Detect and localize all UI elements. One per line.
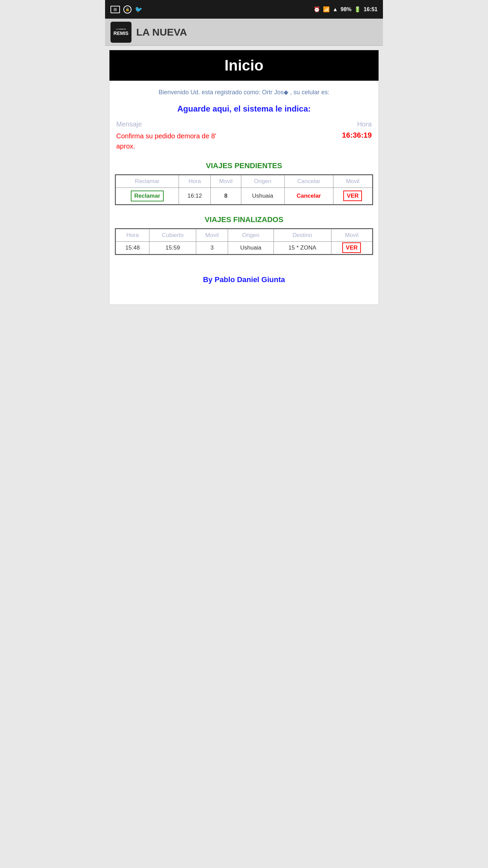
system-message: Aguarde aqui, el sistema le indica: (115, 104, 373, 114)
hora-label: Hora (357, 120, 372, 128)
page-title-bar: Inicio (109, 50, 379, 81)
cancelar-cell[interactable]: Cancelar (284, 188, 333, 204)
viajes-pendientes-title: VIAJES PENDIENTES (115, 161, 373, 170)
viajes-finalizados-table: Hora Cubierto Movil Origen Destino Movil… (116, 229, 372, 254)
welcome-text: Bienvenido Ud. esta registrado como: Ort… (115, 87, 373, 97)
movil-fin-cell: 3 (196, 241, 228, 254)
logo-top-text: LA NUEVA (116, 28, 126, 31)
viajes-finalizados-title: VIAJES FINALIZADOS (115, 215, 373, 224)
col-origen-fin-header: Origen (228, 229, 274, 241)
page-title: Inicio (116, 57, 372, 74)
image-icon: ⊞ (110, 6, 120, 13)
footer-text: By Pablo Daniel Giunta (115, 265, 373, 298)
col-movil-header: Movil (211, 175, 241, 188)
cubierto-cell: 15:59 (149, 241, 196, 254)
col-cubierto-header: Cubierto (149, 229, 196, 241)
col-movil2-fin-header: Movil (331, 229, 372, 241)
battery-icon: 🔋 (354, 6, 361, 13)
twitter-icon: 🐦 (135, 6, 142, 13)
col-reclamar-header: Reclamar (116, 175, 179, 188)
col-movil-fin-header: Movil (196, 229, 228, 241)
finalizado-row: 15:48 15:59 3 Ushuaia 15 * ZONA VER (116, 241, 372, 254)
col-hora-fin-header: Hora (116, 229, 149, 241)
ver-finalizado-button[interactable]: VER (342, 242, 361, 253)
clock-time: 16:51 (364, 6, 378, 13)
lock-icon: 🔒 (123, 5, 131, 14)
col-cancelar-header: Cancelar (284, 175, 333, 188)
main-content: Inicio Bienvenido Ud. esta registrado co… (109, 50, 379, 305)
logo-main-text: REMIS (114, 31, 128, 36)
battery-percent: 98% (341, 6, 351, 13)
ver-pendiente-button[interactable]: VER (343, 191, 362, 201)
content-area: Bienvenido Ud. esta registrado como: Ort… (109, 81, 379, 304)
signal-icon: ▲ (332, 6, 338, 13)
hora-cell: 16:12 (179, 188, 210, 204)
app-header: LA NUEVA REMIS LA NUEVA (105, 19, 383, 46)
alarm-icon: ⏰ (313, 6, 320, 13)
viajes-pendientes-table-wrapper: Reclamar Hora Movil Origen Cancelar Movi… (115, 174, 373, 205)
col-hora-header: Hora (179, 175, 210, 188)
mensaje-label: Mensaje (116, 120, 142, 128)
hora-value: 16:36:19 (342, 131, 372, 140)
reclamar-cell[interactable]: Reclamar (116, 188, 179, 204)
origen-fin-cell: Ushuaia (228, 241, 274, 254)
pendientes-header-row: Reclamar Hora Movil Origen Cancelar Movi… (116, 175, 372, 188)
app-title: LA NUEVA (136, 26, 187, 38)
ver-cell[interactable]: VER (333, 188, 372, 204)
status-bar: ⊞ 🔒 🐦 ⏰ 📶 ▲ 98% 🔋 16:51 (105, 0, 383, 19)
hora-fin-cell: 15:48 (116, 241, 149, 254)
app-logo: LA NUEVA REMIS (110, 22, 131, 43)
msg-data-row: Confirma su pedido demora de 8'aprox. 16… (115, 131, 373, 151)
cancelar-button[interactable]: Cancelar (297, 193, 321, 199)
viajes-finalizados-table-wrapper: Hora Cubierto Movil Origen Destino Movil… (115, 228, 373, 255)
col-movil2-header: Movil (333, 175, 372, 188)
pendiente-row: Reclamar 16:12 8 Ushuaia Cancelar VER (116, 188, 372, 204)
reclamar-button[interactable]: Reclamar (131, 191, 164, 201)
mensaje-text: Confirma su pedido demora de 8'aprox. (116, 131, 335, 151)
destino-cell: 15 * ZONA (273, 241, 331, 254)
origen-cell: Ushuaia (241, 188, 284, 204)
wifi-icon: 📶 (323, 6, 330, 13)
status-bar-right: ⏰ 📶 ▲ 98% 🔋 16:51 (313, 6, 378, 13)
movil-cell: 8 (211, 188, 241, 204)
ver-fin-cell[interactable]: VER (331, 241, 372, 254)
viajes-pendientes-table: Reclamar Hora Movil Origen Cancelar Movi… (116, 175, 372, 204)
col-destino-header: Destino (273, 229, 331, 241)
status-bar-left: ⊞ 🔒 🐦 (110, 5, 142, 14)
msg-header-row: Mensaje Hora (115, 120, 373, 128)
col-origen-header: Origen (241, 175, 284, 188)
finalizados-header-row: Hora Cubierto Movil Origen Destino Movil (116, 229, 372, 241)
